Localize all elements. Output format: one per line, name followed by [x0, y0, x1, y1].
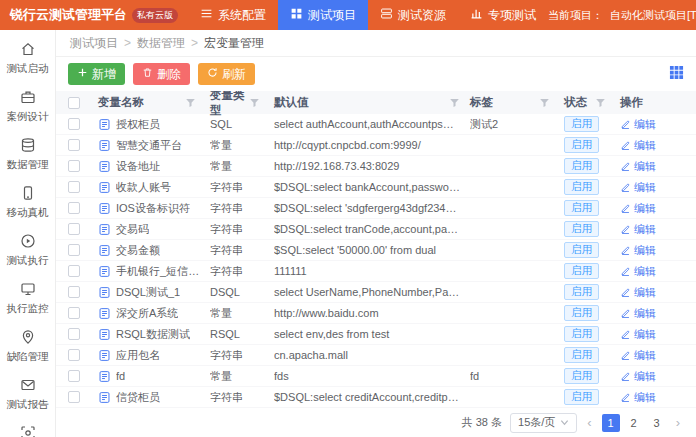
edit-button[interactable]: 编辑: [620, 390, 656, 405]
variable-name[interactable]: 智慧交通平台: [116, 138, 182, 153]
status-badge[interactable]: 启用: [564, 137, 599, 153]
variable-type: 字符串: [210, 264, 274, 279]
filter-icon[interactable]: [449, 97, 460, 108]
play-circle-icon: [20, 233, 36, 251]
row-checkbox[interactable]: [68, 391, 80, 403]
nav-special-test[interactable]: 专项测试: [458, 0, 548, 30]
sidebar-item-test-execution[interactable]: 测试执行: [0, 226, 55, 274]
prev-page-button[interactable]: ‹: [585, 415, 593, 430]
sidebar-item-case-design[interactable]: 案例设计: [0, 82, 55, 130]
edit-button[interactable]: 编辑: [620, 285, 656, 300]
status-badge[interactable]: 启用: [564, 179, 599, 195]
filter-icon[interactable]: [249, 97, 260, 108]
add-button[interactable]: 新增: [68, 63, 125, 85]
variable-type: 常量: [210, 369, 274, 384]
nav-test-project[interactable]: 测试项目: [278, 0, 368, 30]
page-button[interactable]: 1: [602, 414, 620, 432]
nav-system-config[interactable]: 系统配置: [188, 0, 278, 30]
row-checkbox[interactable]: [68, 349, 80, 361]
variable-name[interactable]: 手机银行_短信验证码: [116, 264, 210, 279]
breadcrumb-label: 测试项目: [68, 35, 120, 52]
sidebar-item-test-report[interactable]: 测试报告: [0, 370, 55, 418]
current-project-name[interactable]: 自动化测试项目[TP-1904-: [610, 8, 696, 23]
refresh-button[interactable]: 刷新: [198, 63, 255, 85]
filter-icon[interactable]: [595, 97, 606, 108]
status-badge[interactable]: 启用: [564, 263, 599, 279]
sidebar-label: 测试报告: [7, 398, 49, 412]
variable-name[interactable]: 授权柜员: [116, 117, 160, 132]
row-checkbox[interactable]: [68, 139, 80, 151]
breadcrumb-separator: >: [187, 36, 202, 50]
delete-button[interactable]: 删除: [133, 63, 190, 85]
edit-button[interactable]: 编辑: [620, 264, 656, 279]
status-badge[interactable]: 启用: [564, 347, 599, 363]
row-checkbox[interactable]: [68, 118, 80, 130]
row-checkbox[interactable]: [68, 286, 80, 298]
variable-name[interactable]: fd: [116, 370, 125, 382]
edit-button[interactable]: 编辑: [620, 201, 656, 216]
sidebar-item-ai-recognition[interactable]: AI识别: [0, 418, 55, 437]
status-badge[interactable]: 启用: [564, 305, 599, 321]
status-badge[interactable]: 启用: [564, 326, 599, 342]
page-button[interactable]: 2: [625, 414, 643, 432]
edit-button[interactable]: 编辑: [620, 138, 656, 153]
variable-name[interactable]: 交易金额: [116, 243, 160, 258]
page-size-select[interactable]: 15条/页: [510, 413, 577, 433]
column-settings-button[interactable]: [669, 65, 684, 83]
status-badge[interactable]: 启用: [564, 368, 599, 384]
top-nav: 系统配置 测试项目 测试资源 专项测试: [188, 0, 548, 30]
row-checkbox[interactable]: [68, 265, 80, 277]
next-page-button[interactable]: ›: [674, 415, 682, 430]
variable-name[interactable]: RSQL数据测试: [116, 327, 190, 342]
page-button[interactable]: 3: [648, 414, 666, 432]
variable-name[interactable]: 应用包名: [116, 348, 160, 363]
row-checkbox[interactable]: [68, 370, 80, 382]
row-checkbox[interactable]: [68, 244, 80, 256]
status-badge[interactable]: 启用: [564, 116, 599, 132]
filter-icon[interactable]: [185, 97, 196, 108]
variable-name[interactable]: 深交所A系统: [116, 306, 178, 321]
edit-pen-icon: [620, 203, 631, 214]
edit-button[interactable]: 编辑: [620, 348, 656, 363]
breadcrumb-item[interactable]: 宏变量管理 >: [202, 35, 266, 52]
row-checkbox[interactable]: [68, 307, 80, 319]
sidebar-item-defect-management[interactable]: 缺陷管理: [0, 322, 55, 370]
sidebar-item-mobile-device[interactable]: 移动真机: [0, 178, 55, 226]
sidebar-item-execution-monitor[interactable]: 执行监控: [0, 274, 55, 322]
select-all-checkbox[interactable]: [68, 97, 80, 109]
row-checkbox[interactable]: [68, 160, 80, 172]
nav-test-resource[interactable]: 测试资源: [368, 0, 458, 30]
status-badge[interactable]: 启用: [564, 242, 599, 258]
status-badge[interactable]: 启用: [564, 389, 599, 405]
status-badge[interactable]: 启用: [564, 221, 599, 237]
status-badge[interactable]: 启用: [564, 284, 599, 300]
edit-button[interactable]: 编辑: [620, 327, 656, 342]
variable-name[interactable]: IOS设备标识符: [116, 201, 190, 216]
edit-button[interactable]: 编辑: [620, 180, 656, 195]
variable-doc-icon: [98, 139, 111, 152]
row-checkbox[interactable]: [68, 328, 80, 340]
edit-button[interactable]: 编辑: [620, 222, 656, 237]
breadcrumb-item[interactable]: 测试项目 >: [68, 35, 135, 52]
sidebar-item-data-management[interactable]: 数据管理: [0, 130, 55, 178]
row-checkbox[interactable]: [68, 223, 80, 235]
status-badge[interactable]: 启用: [564, 200, 599, 216]
filter-icon[interactable]: [539, 97, 550, 108]
brand: 锐行云测试管理平台 私有云版: [0, 0, 188, 30]
table-body: 授权柜员 SQL select authAccount,authAccountp…: [56, 114, 696, 408]
edit-button[interactable]: 编辑: [620, 369, 656, 384]
status-badge[interactable]: 启用: [564, 158, 599, 174]
variable-name[interactable]: 交易码: [116, 222, 149, 237]
edit-button[interactable]: 编辑: [620, 159, 656, 174]
variable-name[interactable]: DSQL测试_1: [116, 285, 180, 300]
sidebar-item-test-launch[interactable]: 测试启动: [0, 34, 55, 82]
edit-button[interactable]: 编辑: [620, 117, 656, 132]
breadcrumb-item[interactable]: 数据管理 >: [135, 35, 202, 52]
edit-button[interactable]: 编辑: [620, 243, 656, 258]
variable-name[interactable]: 收款人账号: [116, 180, 171, 195]
row-checkbox[interactable]: [68, 202, 80, 214]
edit-button[interactable]: 编辑: [620, 306, 656, 321]
variable-name[interactable]: 信贷柜员: [116, 390, 160, 405]
row-checkbox[interactable]: [68, 181, 80, 193]
variable-name[interactable]: 设备地址: [116, 159, 160, 174]
